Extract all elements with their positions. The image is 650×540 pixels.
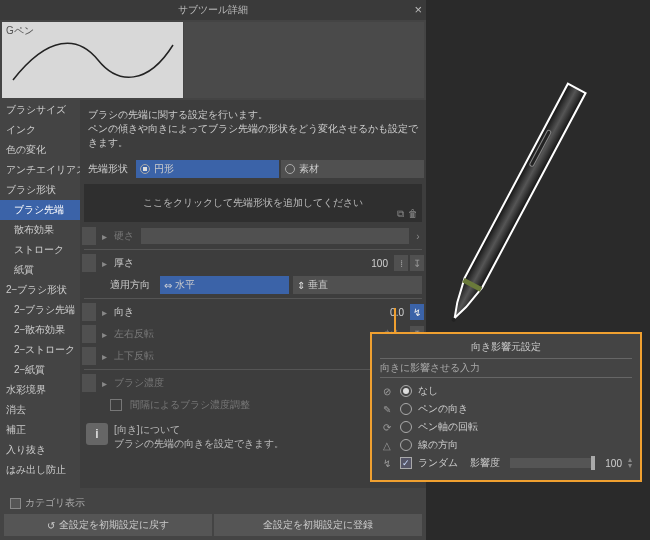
close-icon[interactable]: × (414, 2, 422, 17)
duplicate-icon[interactable]: ⧉ (397, 208, 404, 220)
sidebar-item[interactable]: 2−ブラシ先端 (0, 300, 80, 320)
description-text: ブラシの先端に関する設定を行います。 ペンの傾きや向きによってブラシ先端の形状を… (82, 104, 424, 154)
expand-icon[interactable]: ▸ (98, 351, 110, 362)
category-toggle[interactable]: カテゴリ表示 (4, 492, 422, 514)
tip-shape-row: 先端形状 円形 素材 (82, 158, 424, 180)
radio-icon (400, 439, 412, 451)
tip-shape-label: 先端形状 (82, 162, 136, 176)
svg-point-2 (451, 317, 456, 322)
titlebar: サブツール詳細 × (0, 0, 426, 20)
pin-toggle[interactable] (82, 347, 96, 365)
preview-label: Gペン (6, 24, 34, 38)
stepper-icon[interactable]: ▴▾ (628, 457, 632, 468)
sidebar-item[interactable]: 2−散布効果 (0, 320, 80, 340)
checkbox-icon: ✓ (400, 457, 412, 469)
sidebar-item[interactable]: 水彩境界 (0, 380, 80, 400)
expand-icon[interactable]: ▸ (98, 378, 110, 389)
dynamics-icon[interactable]: ↧ (410, 255, 424, 271)
radio-icon (400, 385, 412, 397)
hardness-row: ▸ 硬さ › (82, 226, 424, 246)
expand-icon[interactable]: ▸ (98, 307, 110, 318)
sidebar-item[interactable]: 2−ストローク (0, 340, 80, 360)
sidebar-item[interactable]: アンチエイリアス (0, 160, 80, 180)
radio-icon (400, 421, 412, 433)
sidebar-item[interactable]: ブラシサイズ (0, 100, 80, 120)
stroke-preview-icon (8, 30, 178, 90)
chevron-right-icon[interactable]: › (412, 231, 424, 242)
popup-opt-stroke-dir[interactable]: △線の方向 (380, 436, 632, 454)
popup-title: 向き影響元設定 (380, 340, 632, 358)
direction-source-popup: 向き影響元設定 向きに影響させる入力 ⊘なし ✎ペンの向き ⟳ペン軸の回転 △線… (370, 332, 642, 482)
info-icon: i (86, 423, 108, 445)
sidebar-item[interactable]: 散布効果 (0, 220, 80, 240)
sidebar-item[interactable]: はみ出し防止 (0, 460, 80, 480)
sidebar-item[interactable]: ストローク (0, 240, 80, 260)
pin-toggle[interactable] (82, 374, 96, 392)
subtool-detail-panel: サブツール詳細 × Gペン ブラシサイズインク色の変化アンチエイリアスブラシ形状… (0, 0, 426, 540)
popup-opt-random[interactable]: ↯ ✓ ランダム 影響度 100 ▴▾ (380, 454, 632, 472)
radio-on-icon (140, 164, 150, 174)
sidebar-item[interactable]: 補正 (0, 420, 80, 440)
pin-toggle[interactable] (82, 325, 96, 343)
panel-title: サブツール詳細 (178, 3, 248, 17)
add-tip-button[interactable]: ここをクリックして先端形状を追加してください ⧉ 🗑 (84, 184, 422, 222)
sidebar-item[interactable]: 2−ブラシ形状 (0, 280, 80, 300)
hardness-slider[interactable] (141, 228, 409, 244)
apply-vertical[interactable]: ⇕ 垂直 (293, 276, 422, 294)
vertical-icon: ⇕ (297, 280, 305, 291)
apply-horizontal[interactable]: ⇔ 水平 (160, 276, 289, 294)
pin-toggle[interactable] (82, 254, 96, 272)
expand-icon[interactable]: ▸ (98, 329, 110, 340)
influence-slider[interactable] (510, 458, 595, 468)
checkbox[interactable] (10, 498, 21, 509)
info-body: ブラシの先端の向きを設定できます。 (114, 437, 284, 451)
revert-icon: ↺ (47, 520, 55, 531)
thickness-row: ▸ 厚さ 100 ⁞ ↧ (82, 253, 424, 273)
sidebar-item[interactable]: ブラシ先端 (0, 200, 80, 220)
brush-preview: Gペン (0, 20, 426, 100)
sidebar-item[interactable]: 2−紙質 (0, 360, 80, 380)
popup-opt-pen-dir[interactable]: ✎ペンの向き (380, 400, 632, 418)
popup-opt-none[interactable]: ⊘なし (380, 382, 632, 400)
radio-icon (400, 403, 412, 415)
checkbox[interactable] (110, 399, 122, 411)
preview-swatch[interactable]: Gペン (2, 22, 183, 98)
popup-opt-pen-rot[interactable]: ⟳ペン軸の回転 (380, 418, 632, 436)
expand-icon[interactable]: ▸ (98, 258, 110, 269)
pin-toggle[interactable] (82, 227, 96, 245)
panel-footer: カテゴリ表示 ↺ 全設定を初期設定に戻す 全設定を初期設定に登録 (0, 488, 426, 540)
radio-off-icon (285, 164, 295, 174)
sidebar-item[interactable]: 入り抜き (0, 440, 80, 460)
stepper-icon[interactable]: ⁞ (394, 255, 408, 271)
settings-sidebar: ブラシサイズインク色の変化アンチエイリアスブラシ形状ブラシ先端散布効果ストローク… (0, 100, 80, 488)
svg-rect-1 (529, 130, 551, 167)
reset-defaults-button[interactable]: ↺ 全設定を初期設定に戻す (4, 514, 212, 536)
info-title: [向き]について (114, 423, 284, 437)
pin-toggle[interactable] (82, 303, 96, 321)
svg-rect-0 (462, 278, 482, 292)
sidebar-item[interactable]: インク (0, 120, 80, 140)
tip-shape-circle[interactable]: 円形 (136, 160, 279, 178)
tip-shape-material[interactable]: 素材 (281, 160, 424, 178)
sidebar-item[interactable]: 消去 (0, 400, 80, 420)
popup-subtitle: 向きに影響させる入力 (380, 358, 632, 378)
direction-row: ▸ 向き 0.0 ↯ (82, 302, 424, 322)
trash-icon[interactable]: 🗑 (408, 208, 418, 220)
sidebar-item[interactable]: 色の変化 (0, 140, 80, 160)
horizontal-icon: ⇔ (164, 280, 172, 291)
preview-empty (184, 22, 424, 98)
expand-icon[interactable]: ▸ (98, 231, 110, 242)
sidebar-item[interactable]: ブラシ形状 (0, 180, 80, 200)
save-defaults-button[interactable]: 全設定を初期設定に登録 (214, 514, 422, 536)
sidebar-item[interactable]: 紙質 (0, 260, 80, 280)
apply-direction-row: 適用方向 ⇔ 水平 ⇕ 垂直 (110, 275, 424, 295)
